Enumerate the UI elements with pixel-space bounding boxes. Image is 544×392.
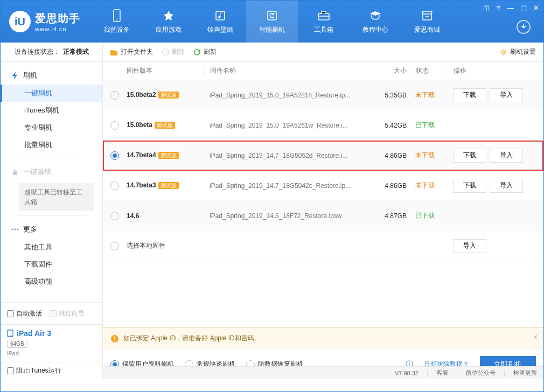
table-row[interactable]: 15.0beta测试版iPad_Spring_2019_15.0_19A5261… [103,110,543,141]
nav-tab-2[interactable]: 铃声壁纸 [194,1,246,43]
nav-label: 铃声壁纸 [207,25,233,34]
sidebar-jailbreak-label: 一键越狱 [23,167,51,177]
beta-tag: 测试版 [158,92,179,99]
sidebar-item-more-2[interactable]: 高级功能 [1,273,102,290]
row-radio[interactable] [110,151,119,160]
import-button[interactable]: 导入 [490,179,523,193]
refresh-icon [193,48,201,56]
table-row[interactable]: 14.7beta4测试版iPad_Spring_2019_14.7_18G505… [103,141,543,171]
table-row-local[interactable]: 选择本地固件导入 [103,231,543,261]
service-link[interactable]: 客服 [436,369,448,377]
nav-tab-6[interactable]: 爱思商城 [401,1,453,43]
music-icon [214,9,227,22]
device-name: iPad Air 3 [7,329,96,338]
th-name: 固件名称 [204,66,369,75]
table-row[interactable]: 14.7beta3测试版iPad_Spring_2019_14.7_18G504… [103,171,543,201]
minimize-icon[interactable]: — [507,4,514,12]
import-button[interactable]: 导入 [453,239,486,253]
row-radio[interactable] [110,242,119,250]
firmware-size: 4.86GB [369,182,410,190]
nav-label: 工具箱 [314,25,333,34]
auto-activate-checkbox[interactable]: 自动激活 [7,309,42,318]
open-folder-button[interactable]: 打开文件夹 [110,47,153,57]
device-storage: 64GB [7,340,27,348]
device-card[interactable]: iPad Air 3 64GB iPad [1,324,102,362]
flash-icon [11,72,19,79]
device-type: iPad [7,350,96,356]
firmware-name: iPad_Spring_2019_14.6_18F72_Restore.ipsw [204,212,369,220]
sidebar-item-more-1[interactable]: 下载固件 [1,256,102,273]
sidebar-item-more-0[interactable]: 其他工具 [1,239,102,256]
beta-tag: 测试版 [158,182,179,189]
sidebar-more-head[interactable]: 更多 [1,220,102,239]
firmware-status: 未下载 [410,181,448,190]
nav-tab-5[interactable]: 教程中心 [350,1,401,43]
firmware-status: 未下载 [410,151,448,160]
nav-tab-0[interactable]: 我的设备 [91,1,143,43]
table-row[interactable]: 15.0beta2测试版iPad_Spring_2019_15.0_19A528… [103,80,543,110]
svg-point-13 [503,51,505,53]
firmware-version: 14.6 [127,212,139,220]
nav-label: 智能刷机 [259,25,285,34]
firmware-size: 5.35GB [369,92,410,99]
flash-settings-button[interactable]: 刷机设置 [500,47,536,57]
block-itunes-checkbox[interactable]: 阻止iTunes运行 [7,366,61,375]
tutorial-icon [369,9,382,22]
firmware-version: 15.0beta2 [127,91,156,99]
sidebar-item-flash-1[interactable]: iTunes刷机 [1,102,102,119]
nav-tab-3[interactable]: 智能刷机 [246,1,298,43]
brand-title: 爱思助手 [35,11,80,26]
th-version: 固件版本 [125,66,204,75]
nav-label: 教程中心 [362,25,388,34]
download-manager-icon[interactable] [517,20,531,34]
window-controls: ◫ ≡ — ▢ ✕ [483,4,539,12]
refresh-button[interactable]: 刷新 [193,47,217,57]
svg-rect-15 [114,337,115,339]
sidebar-item-flash-3[interactable]: 批量刷机 [1,136,102,153]
shirt-icon[interactable]: ◫ [483,4,490,12]
maximize-icon[interactable]: ▢ [520,4,527,12]
svg-point-9 [17,229,19,230]
nav-tab-4[interactable]: 工具箱 [298,1,350,43]
svg-rect-16 [114,340,115,341]
notice-close-icon[interactable]: ✕ [533,333,538,341]
sidebar-flash-label: 刷机 [23,71,37,80]
firmware-status: 已下载 [410,121,448,130]
firmware-version: 14.7beta4 [127,151,156,159]
device-status-value: 正常模式 [63,47,89,57]
download-button[interactable]: 下载 [453,88,486,102]
svg-rect-6 [13,171,17,175]
firmware-version: 15.0beta [127,121,152,129]
close-icon[interactable]: ✕ [533,4,539,12]
table-row[interactable]: 14.6iPad_Spring_2019_14.6_18F72_Restore.… [103,201,543,231]
firmware-size: 4.86GB [369,152,410,159]
download-button[interactable]: 下载 [453,149,486,163]
sidebar-item-flash-2[interactable]: 专业刷机 [1,119,102,136]
phone-icon [110,9,123,22]
menu-icon[interactable]: ≡ [496,4,500,12]
firmware-status: 已下载 [410,211,448,220]
import-button[interactable]: 导入 [490,149,523,163]
wechat-link[interactable]: 微信公众号 [466,369,496,377]
row-radio[interactable] [110,181,119,190]
local-firmware-label: 选择本地固件 [127,242,165,249]
sidebar: 设备连接状态： 正常模式 刷机 一键刷机iTunes刷机专业刷机批量刷机 一键越… [1,43,103,379]
update-link[interactable]: 检查更新 [513,369,537,377]
sidebar-flash-head[interactable]: 刷机 [1,66,102,85]
delete-button: 删除 [162,47,185,57]
sidebar-jailbreak-head: 一键越狱 [1,163,102,181]
toolbox-icon [317,9,330,22]
row-radio[interactable] [110,121,119,130]
logo[interactable]: iU 爱思助手 www.i4.cn [9,11,80,32]
firmware-name: iPad_Spring_2019_14.7_18G5042c_Restore.i… [204,182,369,190]
skip-guide-checkbox[interactable]: 跳过向导 [50,309,85,318]
download-button[interactable]: 下载 [453,179,486,193]
nav-tab-1[interactable]: 应用游戏 [143,1,194,43]
statusbar: V7.98.32 客服 微信公众号 检查更新 [103,366,543,379]
firmware-name: iPad_Spring_2019_14.7_18G5052d_Restore.i… [204,152,369,159]
sidebar-item-flash-0[interactable]: 一键刷机 [1,85,102,102]
version-label: V7.98.32 [395,370,419,376]
row-radio[interactable] [110,91,119,100]
import-button[interactable]: 导入 [490,88,523,102]
row-radio[interactable] [110,212,119,220]
